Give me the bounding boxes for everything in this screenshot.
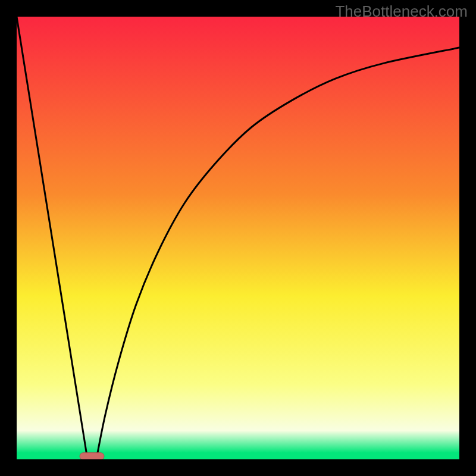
chart-frame: TheBottleneck.com xyxy=(0,0,476,476)
minimum-marker xyxy=(80,453,104,459)
watermark-text: TheBottleneck.com xyxy=(335,2,468,21)
plot-area xyxy=(17,17,459,459)
gradient-background xyxy=(17,17,459,459)
chart-svg xyxy=(17,17,459,459)
